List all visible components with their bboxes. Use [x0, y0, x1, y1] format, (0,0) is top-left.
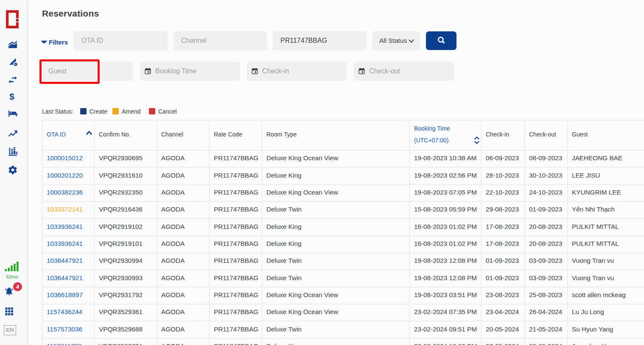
svg-text:$: $	[9, 93, 14, 101]
